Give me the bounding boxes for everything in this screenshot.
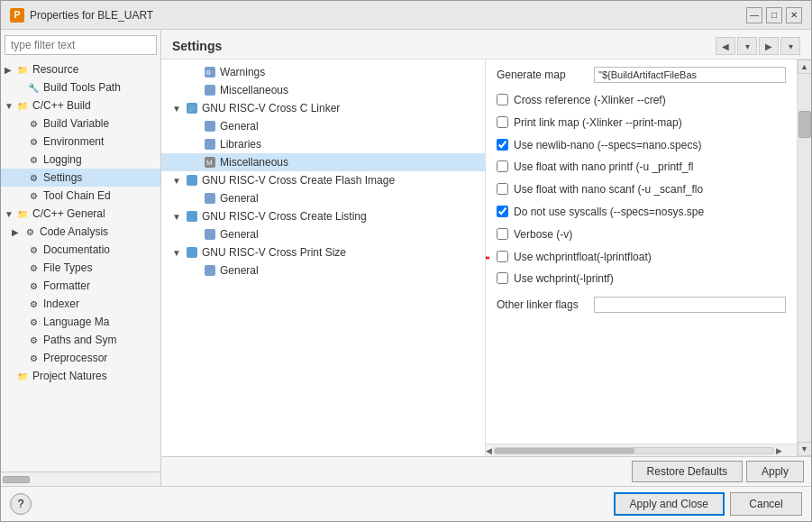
gear-icon: ⚙: [26, 134, 41, 149]
wch-printfloat-checkbox[interactable]: [497, 251, 508, 262]
print-link-checkbox[interactable]: [497, 116, 508, 128]
sidebar-item-indexer[interactable]: ⚙ Indexer: [1, 295, 160, 313]
nav-back-button[interactable]: ◀: [716, 37, 735, 55]
stree-item-libraries[interactable]: Libraries: [161, 135, 485, 153]
folder-icon: 📁: [15, 62, 30, 77]
float-scanf-checkbox[interactable]: [497, 183, 508, 195]
stree-item-general1[interactable]: General: [161, 117, 485, 135]
gear-icon: [203, 227, 217, 242]
wch-printfloat-label: Use wchprintfloat(-lprintfloat): [514, 250, 652, 265]
sidebar-item-code-analysis[interactable]: ▶ ⚙ Code Analysis: [1, 223, 160, 241]
chain-icon: [185, 173, 199, 188]
stree-item-gnu-linker[interactable]: ▼ 🔗 GNU RISC-V Cross C Linker: [161, 99, 485, 117]
stree-item-general2[interactable]: General: [161, 189, 485, 207]
sidebar-item-ccgeneral[interactable]: ▼ 📁 C/C++ General: [1, 205, 160, 223]
stree-item-miscellaneous1[interactable]: Miscellaneous: [161, 81, 485, 99]
scroll-down-btn[interactable]: ▼: [798, 442, 812, 456]
generate-map-input[interactable]: [594, 67, 786, 83]
cancel-button[interactable]: Cancel: [730, 492, 802, 516]
left-panel: ▶ 📁 Resource 🔧 Build Tools Path ▼ 📁 C/C+…: [1, 30, 161, 486]
sidebar-item-preprocessor[interactable]: ⚙ Preprocessor: [1, 349, 160, 367]
restore-button[interactable]: □: [766, 7, 782, 23]
project-icon: 📁: [15, 369, 30, 383]
float-printf-checkbox[interactable]: [497, 160, 508, 172]
path-icon: ⚙: [26, 333, 41, 347]
stree-item-gnu-flash[interactable]: ▼ GNU RISC-V Cross Create Flash Image: [161, 171, 485, 189]
svg-rect-10: [205, 193, 215, 204]
sidebar-item-build-tools[interactable]: 🔧 Build Tools Path: [1, 78, 160, 96]
stree-item-gnu-listing[interactable]: ▼ GNU RISC-V Cross Create Listing: [161, 207, 485, 225]
sidebar-item-label: Tool Chain Ed: [43, 189, 111, 202]
vertical-scrollbar[interactable]: ▲ ▼: [797, 60, 811, 456]
svg-rect-9: [187, 175, 197, 186]
stree-item-gnu-print[interactable]: ▼ GNU RISC-V Cross Print Size: [161, 243, 485, 261]
verbose-checkbox[interactable]: [497, 228, 508, 240]
stree-item-general3[interactable]: General: [161, 225, 485, 243]
scroll-track: [798, 74, 812, 442]
sidebar-item-formatter[interactable]: ⚙ Formatter: [1, 277, 160, 295]
filter-input[interactable]: [5, 35, 157, 55]
stree-label: GNU RISC-V Cross Print Size: [202, 246, 346, 259]
checkbox-verbose: Verbose (-v): [497, 226, 786, 243]
sidebar-item-label: Environment: [43, 135, 104, 148]
close-button[interactable]: ✕: [786, 7, 802, 23]
footer-row1: Restore Defaults Apply: [161, 456, 811, 486]
no-syscalls-checkbox[interactable]: [497, 206, 508, 217]
sidebar-item-ccbuild[interactable]: ▼ 📁 C/C++ Build: [1, 96, 160, 114]
use-newlib-checkbox[interactable]: [497, 139, 508, 151]
sidebar-item-environment[interactable]: ⚙ Environment: [1, 133, 160, 151]
restore-defaults-button[interactable]: Restore Defaults: [632, 461, 743, 482]
sidebar-item-build-variable[interactable]: ⚙ Build Variable: [1, 114, 160, 133]
stree-label: Warnings: [220, 66, 265, 78]
sidebar-item-project-natures[interactable]: 📁 Project Natures: [1, 367, 160, 385]
svg-rect-5: [205, 121, 215, 132]
scroll-up-btn[interactable]: ▲: [798, 60, 812, 74]
main-panel: Settings ◀ ▾ ▶ ▾ ⚙: [161, 30, 811, 486]
apply-button[interactable]: Apply: [746, 461, 804, 482]
folder-icon: 📁: [15, 206, 30, 221]
lang-icon: ⚙: [26, 315, 41, 329]
wch-printf-checkbox[interactable]: [497, 272, 508, 284]
other-flags-input[interactable]: [594, 297, 786, 313]
stree-label: GNU RISC-V Cross Create Listing: [202, 210, 367, 223]
stree-label: GNU RISC-V Cross C Linker: [202, 102, 340, 114]
sidebar-item-settings[interactable]: ⚙ Settings: [1, 169, 160, 187]
stree-label: Miscellaneous: [220, 156, 288, 169]
help-button[interactable]: ?: [10, 493, 32, 515]
sidebar-item-language[interactable]: ⚙ Language Ma: [1, 313, 160, 331]
stree-item-general4[interactable]: General: [161, 261, 485, 279]
float-printf-label: Use float with nano printf (-u _printf_f…: [514, 160, 693, 175]
folder-icon: 📁: [15, 98, 30, 113]
sidebar-item-label: Language Ma: [43, 316, 109, 328]
dialog-icon: P: [10, 8, 24, 23]
gear-icon: [203, 263, 217, 278]
sidebar-item-logging[interactable]: ⚙ Logging: [1, 151, 160, 169]
sidebar-item-label: Code Analysis: [40, 225, 108, 238]
cross-ref-checkbox[interactable]: [497, 94, 508, 105]
svg-rect-12: [205, 229, 215, 240]
horizontal-scrollbar[interactable]: ◀ ▶: [486, 444, 797, 456]
print-link-label: Print link map (-Xlinker --print-map): [514, 115, 682, 131]
stree-item-warnings[interactable]: ⚙ Warnings: [161, 63, 485, 81]
sidebar-item-file-types[interactable]: ⚙ File Types: [1, 259, 160, 277]
nav-back-dropdown[interactable]: ▾: [737, 37, 757, 55]
left-horizontal-scrollbar[interactable]: [1, 472, 160, 486]
stree-item-miscellaneous2[interactable]: M Miscellaneous: [161, 153, 485, 171]
nav-forward-button[interactable]: ▶: [759, 37, 779, 55]
sidebar-item-toolchain[interactable]: ⚙ Tool Chain Ed: [1, 187, 160, 205]
gear-icon: ⚙: [26, 152, 41, 167]
sidebar-item-paths[interactable]: ⚙ Paths and Sym: [1, 331, 160, 349]
apply-and-close-button[interactable]: Apply and Close: [614, 492, 725, 516]
nav-forward-dropdown[interactable]: ▾: [780, 37, 800, 55]
dialog-title: Properties for BLE_UART: [30, 9, 153, 22]
title-bar-left: P Properties for BLE_UART: [10, 8, 153, 23]
sidebar-item-documentation[interactable]: ⚙ Documentatio: [1, 241, 160, 259]
minimize-button[interactable]: —: [746, 7, 762, 23]
no-syscalls-label: Do not use syscalls (--specs=nosys.spe: [514, 205, 704, 220]
checkbox-wch-printfloat: Use wchprintfloat(-lprintfloat): [497, 249, 652, 266]
gear-icon: ⚙: [26, 170, 41, 185]
scroll-right-btn[interactable]: ▶: [776, 446, 782, 455]
sidebar-item-resource[interactable]: ▶ 📁 Resource: [1, 60, 160, 78]
gear-icon: [203, 137, 217, 151]
scroll-left-btn[interactable]: ◀: [486, 446, 492, 455]
